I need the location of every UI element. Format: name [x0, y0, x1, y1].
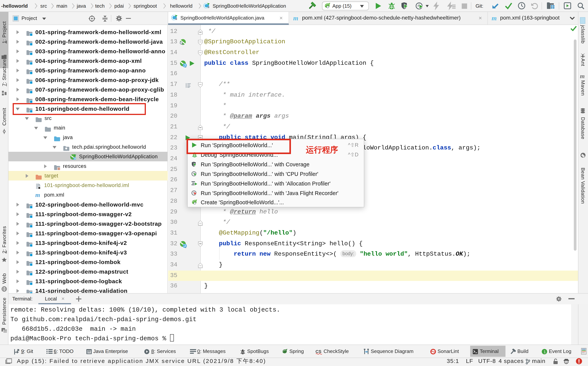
svg-text:EE: EE: [88, 351, 91, 354]
svg-text:1: 1: [543, 350, 546, 354]
svg-text:CS: CS: [316, 349, 321, 354]
